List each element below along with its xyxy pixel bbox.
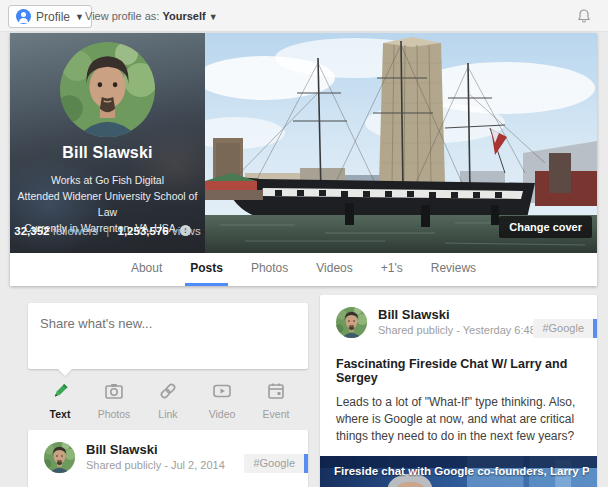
video-caption: Fireside chat with Google co-founders, L… — [334, 465, 589, 477]
link-icon — [144, 381, 192, 401]
content-area: Share what's new... Text — [0, 285, 608, 487]
hashtag-chip[interactable]: #Google — [244, 454, 308, 473]
share-action-video[interactable]: Video — [198, 381, 246, 420]
share-action-photos[interactable]: Photos — [90, 381, 138, 420]
profile-circle-icon — [16, 9, 31, 24]
post-author-avatar[interactable] — [336, 307, 367, 338]
profile-education: Attended Widener University School of La… — [10, 188, 205, 220]
chevron-down-icon: ▼ — [75, 12, 84, 22]
post-video: Bill Slawski Shared publicly - Yesterday… — [320, 295, 597, 487]
tab-about[interactable]: About — [126, 253, 167, 286]
share-action-label: Event — [252, 408, 300, 420]
share-action-label: Text — [36, 408, 84, 420]
video-thumbnail[interactable]: Fireside chat with Google co-founders, L… — [320, 456, 597, 487]
pencil-icon — [36, 381, 84, 401]
view-profile-as[interactable]: View profile as: Yourself ▼ — [85, 10, 218, 22]
share-action-label: Link — [144, 408, 192, 420]
video-icon — [198, 381, 246, 401]
top-bar: Profile ▼ View profile as: Yourself ▼ — [0, 0, 608, 32]
share-box[interactable]: Share what's new... — [28, 303, 308, 369]
tab-videos[interactable]: Videos — [311, 253, 357, 286]
views-count: 1,253,576 — [118, 225, 169, 237]
share-caret — [58, 369, 72, 376]
post-older: Bill Slawski Shared publicly - Jul 2, 20… — [28, 430, 308, 487]
followers-label: followers — [53, 225, 98, 237]
change-cover-button[interactable]: Change cover — [499, 216, 592, 238]
event-icon — [252, 381, 300, 401]
post-title: Fascinating Fireside Chat W/ Larry and S… — [320, 343, 597, 385]
camera-icon — [90, 381, 138, 401]
profile-tabs: About Posts Photos Videos +1's Reviews — [10, 253, 597, 286]
profile-photo[interactable] — [60, 42, 155, 137]
tab-posts[interactable]: Posts — [185, 253, 228, 286]
profile-menu-button[interactable]: Profile ▼ — [8, 5, 92, 28]
cover-area: Bill Slawski Works at Go Fish Digital At… — [10, 33, 597, 253]
profile-button-label: Profile — [36, 10, 70, 24]
tab-plus-ones[interactable]: +1's — [376, 253, 408, 286]
hashtag-chip[interactable]: #Google — [533, 319, 597, 338]
share-actions: Text Photos — [28, 369, 308, 420]
view-as-label: View profile as: — [85, 10, 159, 22]
notifications-bell-icon[interactable] — [576, 8, 592, 24]
views-label: views — [172, 225, 201, 237]
share-action-text[interactable]: Text — [36, 381, 84, 420]
cover-photo-harbor: Change cover — [205, 33, 597, 253]
post-header: Bill Slawski Shared publicly - Jul 2, 20… — [28, 430, 308, 478]
profile-info-panel: Bill Slawski Works at Go Fish Digital At… — [10, 33, 205, 253]
tab-photos[interactable]: Photos — [246, 253, 293, 286]
share-placeholder: Share what's new... — [40, 316, 296, 331]
post-body: Leads to a lot of "What-If" type thinkin… — [320, 385, 597, 445]
post-author-avatar[interactable] — [44, 442, 75, 473]
left-column: Share what's new... Text — [28, 303, 308, 487]
profile-work: Works at Go Fish Digital — [10, 172, 205, 188]
right-column: Bill Slawski Shared publicly - Yesterday… — [320, 295, 597, 487]
stats-separator: | — [106, 225, 109, 237]
share-action-label: Photos — [90, 408, 138, 420]
chevron-down-icon: ▼ — [209, 12, 218, 22]
share-action-link[interactable]: Link — [144, 381, 192, 420]
profile-header-card: Bill Slawski Works at Go Fish Digital At… — [10, 33, 597, 286]
share-action-label: Video — [198, 408, 246, 420]
view-as-value: Yourself — [162, 10, 205, 22]
tab-reviews[interactable]: Reviews — [426, 253, 481, 286]
post-header: Bill Slawski Shared publicly - Yesterday… — [320, 295, 597, 343]
profile-stats: 32,352 followers | 1,253,576 views — [10, 225, 205, 237]
share-action-event[interactable]: Event — [252, 381, 300, 420]
profile-name: Bill Slawski — [10, 144, 205, 162]
followers-count: 32,352 — [14, 225, 49, 237]
